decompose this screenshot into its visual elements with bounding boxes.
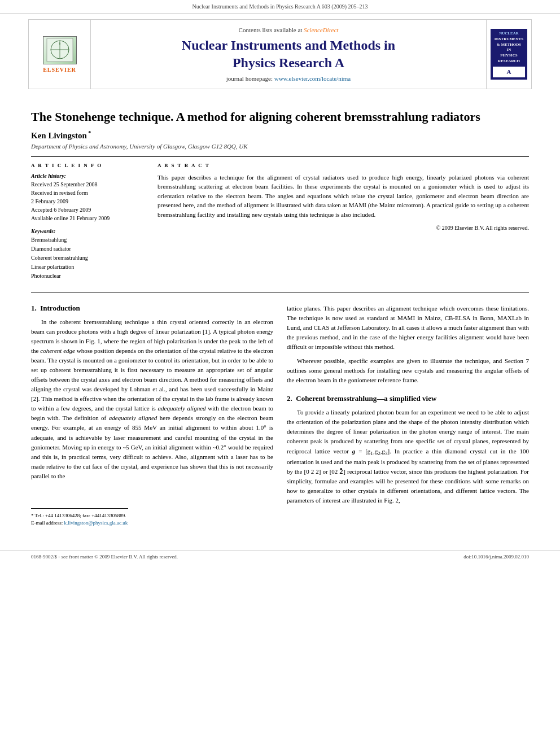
section2-title: Coherent bremsstrahlung—a simplified vie… bbox=[296, 394, 436, 403]
journal-badge-area: NUCLEAR INSTRUMENTS & METHODS IN PHYSICS… bbox=[486, 20, 531, 89]
body-left-column: 1. Introduction In the coherent bremsstr… bbox=[31, 304, 273, 527]
sciencedirect-link: ScienceDirect bbox=[304, 27, 338, 33]
bottom-bar: 0168-9002/$ - see front matter © 2009 El… bbox=[0, 550, 560, 563]
affiliation: Department of Physics and Astronomy, Uni… bbox=[31, 143, 529, 150]
keyword-item: Photonuclear bbox=[31, 272, 144, 281]
page: Nuclear Instruments and Methods in Physi… bbox=[0, 0, 560, 747]
keyword-item: Linear polarization bbox=[31, 263, 144, 272]
journal-header-center: Contents lists available at ScienceDirec… bbox=[91, 20, 486, 89]
journal-citation: Nuclear Instruments and Methods in Physi… bbox=[192, 3, 368, 10]
body-columns: 1. Introduction In the coherent bremsstr… bbox=[31, 304, 529, 527]
body-content: 1. Introduction In the coherent bremsstr… bbox=[31, 304, 529, 527]
abstract-heading: A B S T R A C T bbox=[158, 163, 529, 168]
abstract-text: This paper describes a technique for the… bbox=[158, 173, 529, 220]
journal-homepage: journal homepage: www.elsevier.com/locat… bbox=[226, 75, 351, 82]
body-right-column: lattice planes. This paper describes an … bbox=[287, 304, 529, 527]
content-area: The Stonehenge technique. A method for a… bbox=[0, 95, 560, 538]
footnote-divider bbox=[31, 508, 128, 509]
article-meta-section: A R T I C L E I N F O Article history: R… bbox=[31, 163, 529, 286]
elsevier-logo-area: ⚕ ELSEVIER bbox=[29, 20, 91, 89]
section1-para1: In the coherent bremsstrahlung technique… bbox=[31, 317, 273, 481]
author-name: Ken Livingston * bbox=[31, 130, 529, 141]
footnote-contact: * Tel.: +44 1413306428; fax: +4414133058… bbox=[31, 512, 273, 520]
section2-heading: 2. Coherent bremsstrahlung—a simplified … bbox=[287, 394, 529, 403]
section2-para1: To provide a linearly polarized photon b… bbox=[287, 408, 529, 505]
keywords-section: Keywords: Bremsstrahlung Diamond radiato… bbox=[31, 228, 144, 281]
footnote-email: E-mail address: k.livingston@physics.gla… bbox=[31, 519, 273, 527]
article-info-column: A R T I C L E I N F O Article history: R… bbox=[31, 163, 144, 286]
top-bar: Nuclear Instruments and Methods in Physi… bbox=[0, 0, 560, 14]
history-label: Article history: bbox=[31, 173, 144, 179]
section1-right-para2: Wherever possible, specific examples are… bbox=[287, 356, 529, 385]
copyright-notice: 0168-9002/$ - see front matter © 2009 El… bbox=[31, 554, 178, 560]
section2-number: 2. bbox=[287, 394, 292, 403]
journal-header: ⚕ ELSEVIER Contents lists available at S… bbox=[28, 19, 532, 89]
keyword-item: Bremsstrahlung bbox=[31, 235, 144, 244]
keywords-label: Keywords: bbox=[31, 228, 144, 234]
section1-number: 1. bbox=[31, 304, 37, 312]
footnote-area: * Tel.: +44 1413306428; fax: +4414133058… bbox=[31, 486, 273, 527]
article-info-heading: A R T I C L E I N F O bbox=[31, 163, 144, 168]
elsevier-graphic: ⚕ bbox=[43, 36, 77, 64]
word-would: would bbox=[228, 444, 244, 451]
article-history: Article history: Received 25 September 2… bbox=[31, 173, 144, 222]
section1-heading: 1. Introduction bbox=[31, 304, 273, 313]
section1-right-para1: lattice planes. This paper describes an … bbox=[287, 304, 529, 352]
history-text: Received 25 September 2008 Received in r… bbox=[31, 180, 144, 222]
section1-title: Introduction bbox=[40, 304, 80, 312]
contents-line: Contents lists available at ScienceDirec… bbox=[239, 27, 339, 33]
keyword-item: Diamond radiator bbox=[31, 244, 144, 254]
copyright: © 2009 Elsevier B.V. All rights reserved… bbox=[158, 225, 529, 231]
abstract-column: A B S T R A C T This paper describes a t… bbox=[158, 163, 529, 286]
paper-title: The Stonehenge technique. A method for a… bbox=[31, 109, 529, 125]
keywords-list: Bremsstrahlung Diamond radiator Coherent… bbox=[31, 235, 144, 281]
journal-title: Nuclear Instruments and Methods in Physi… bbox=[182, 37, 395, 72]
journal-badge: NUCLEAR INSTRUMENTS & METHODS IN PHYSICS… bbox=[491, 29, 527, 80]
elsevier-logo: ⚕ ELSEVIER bbox=[43, 36, 77, 73]
elsevier-brand: ELSEVIER bbox=[43, 67, 76, 73]
author-email[interactable]: k.livingston@physics.gla.ac.uk bbox=[64, 520, 128, 526]
keyword-item: Coherent bremsstrahlung bbox=[31, 254, 144, 263]
homepage-url[interactable]: www.elsevier.com/locate/nima bbox=[274, 75, 351, 82]
doi: doi:10.1016/j.nima.2009.02.010 bbox=[463, 554, 529, 560]
divider-1 bbox=[31, 156, 529, 157]
divider-2 bbox=[31, 292, 529, 292]
svg-text:⚕: ⚕ bbox=[59, 42, 61, 46]
